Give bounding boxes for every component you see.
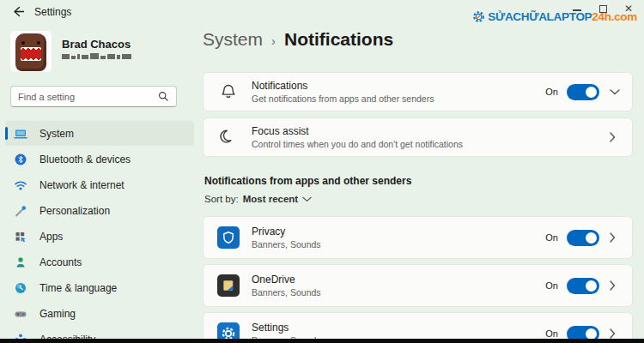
bell-icon: [219, 82, 238, 101]
chevron-right-icon[interactable]: [610, 132, 620, 142]
back-button[interactable]: [12, 5, 26, 19]
notifications-toggle[interactable]: [567, 84, 599, 100]
letterbox-bar: [0, 339, 644, 343]
setting-title: Notifications: [252, 80, 545, 92]
app-name: Privacy: [252, 226, 545, 238]
sidebar: Brad Chacos System Bluetooth & devices: [0, 24, 199, 343]
sort-label: Sort by:: [204, 194, 239, 204]
sidebar-item-label: Bluetooth & devices: [39, 153, 131, 165]
sidebar-item-label: Gaming: [39, 308, 76, 320]
toggle-state-label: On: [545, 328, 558, 339]
sidebar-item-bluetooth[interactable]: Bluetooth & devices: [5, 147, 194, 172]
person-icon: [14, 256, 27, 269]
system-icon: [14, 127, 27, 141]
sidebar-item-personalization[interactable]: Personalization: [5, 198, 194, 223]
breadcrumb: System › Notifications: [203, 29, 393, 50]
toggle-state-label: On: [545, 280, 558, 291]
chevron-down-icon[interactable]: [610, 89, 620, 95]
search-icon[interactable]: [158, 91, 169, 102]
chevron-down-icon: [302, 196, 312, 202]
toggle-state-label: On: [545, 87, 558, 97]
app-notification-row-privacy[interactable]: Privacy Banners, Sounds On: [203, 216, 633, 259]
moon-icon: [219, 128, 238, 147]
sidebar-item-label: Apps: [39, 231, 63, 243]
setting-title: Focus assist: [252, 125, 610, 137]
watermark-logo: SỬACHỮALAPTOP24h.com: [472, 10, 637, 23]
app-name: OneDrive: [252, 274, 545, 286]
avatar[interactable]: [10, 31, 52, 72]
wifi-icon: [14, 178, 27, 192]
avatar-image: [15, 33, 46, 71]
brush-icon: [14, 204, 27, 218]
search-box: [10, 86, 177, 107]
sidebar-item-label: Network & internet: [39, 179, 125, 191]
clock-globe-icon: [14, 281, 27, 295]
app-subtitle: Banners, Sounds: [252, 239, 545, 250]
chevron-right-icon[interactable]: [610, 280, 620, 291]
onedrive-icon: [217, 274, 240, 297]
chevron-right-icon[interactable]: [610, 328, 620, 339]
sidebar-item-label: Accounts: [39, 256, 82, 268]
breadcrumb-root[interactable]: System: [203, 29, 263, 50]
chevron-right-icon[interactable]: [610, 232, 620, 243]
search-input[interactable]: [18, 92, 158, 102]
watermark-text-blue: SỬACHỮALAPTOP: [488, 10, 592, 23]
toggle-state-label: On: [545, 232, 558, 243]
notifications-setting-card[interactable]: Notifications Get notifications from app…: [203, 72, 633, 111]
sidebar-item-network[interactable]: Network & internet: [5, 172, 194, 197]
sort-value: Most recent: [243, 194, 299, 204]
watermark-gear-icon: [472, 10, 485, 23]
onedrive-toggle[interactable]: [567, 278, 599, 294]
user-name: Brad Chacos: [62, 38, 131, 51]
settings-window: Settings ✕ SỬACHỮALAPTOP24h.com Brad Cha…: [0, 0, 644, 343]
breadcrumb-separator: ›: [271, 32, 276, 48]
app-subtitle: Banners, Sounds: [252, 287, 545, 298]
back-arrow-icon: [12, 5, 26, 19]
setting-subtitle: Get notifications from apps and other se…: [252, 93, 545, 104]
selected-indicator: [5, 127, 8, 140]
page-title: Notifications: [284, 29, 393, 50]
watermark-text-orange: 24h.com: [592, 10, 637, 23]
app-name: Settings: [252, 322, 545, 334]
sidebar-item-time-language[interactable]: Time & language: [5, 275, 194, 300]
window-title: Settings: [34, 6, 71, 18]
sidebar-item-system[interactable]: System: [5, 121, 194, 146]
sidebar-item-gaming[interactable]: Gaming: [5, 301, 194, 326]
sidebar-item-accounts[interactable]: Accounts: [5, 250, 194, 274]
sidebar-item-label: System: [39, 128, 74, 140]
shield-icon: [217, 226, 240, 249]
focus-assist-card[interactable]: Focus assist Control times when you do a…: [203, 117, 633, 157]
bluetooth-icon: [14, 153, 27, 166]
app-notification-row-onedrive[interactable]: OneDrive Banners, Sounds On: [203, 264, 633, 307]
sidebar-item-label: Time & language: [39, 282, 117, 294]
privacy-toggle[interactable]: [567, 230, 599, 246]
user-email-redacted: [62, 53, 131, 59]
sort-dropdown[interactable]: Sort by: Most recent: [204, 194, 312, 204]
sidebar-item-apps[interactable]: Apps: [5, 224, 194, 249]
sidebar-item-label: Personalization: [39, 205, 110, 217]
section-header: Notifications from apps and other sender…: [204, 175, 411, 187]
apps-icon: [14, 230, 27, 244]
sidebar-nav: System Bluetooth & devices Network & int…: [0, 120, 199, 343]
setting-subtitle: Control times when you do and don't get …: [252, 139, 610, 149]
controller-icon: [14, 307, 27, 321]
